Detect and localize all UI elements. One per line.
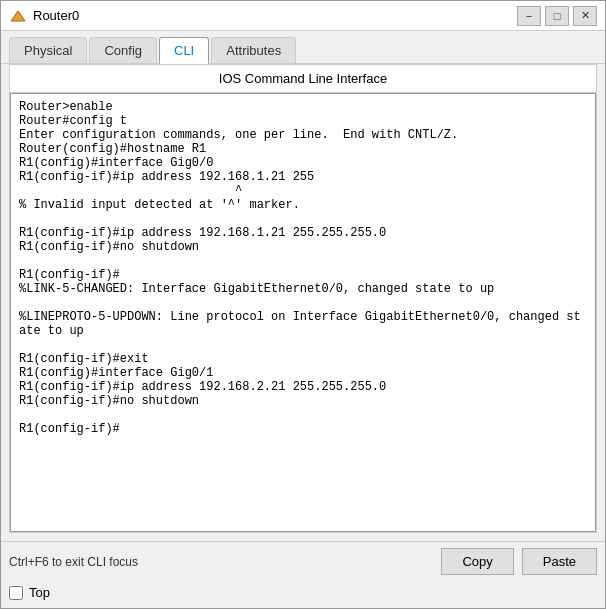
content-area: IOS Command Line Interface Router>enable…	[9, 64, 597, 533]
tab-bar: Physical Config CLI Attributes	[1, 31, 605, 64]
window-title: Router0	[33, 8, 79, 23]
top-checkbox-label[interactable]: Top	[9, 585, 50, 600]
maximize-button[interactable]: □	[545, 6, 569, 26]
bottom-bar: Ctrl+F6 to exit CLI focus Copy Paste	[1, 541, 605, 581]
tab-cli[interactable]: CLI	[159, 37, 209, 64]
main-window: Router0 − □ ✕ Physical Config CLI Attrib…	[0, 0, 606, 609]
tab-physical[interactable]: Physical	[9, 37, 87, 63]
title-bar: Router0 − □ ✕	[1, 1, 605, 31]
paste-button[interactable]: Paste	[522, 548, 597, 575]
close-button[interactable]: ✕	[573, 6, 597, 26]
tab-attributes[interactable]: Attributes	[211, 37, 296, 63]
cli-terminal[interactable]: Router>enable Router#config t Enter conf…	[10, 93, 596, 532]
router-icon	[9, 7, 27, 25]
title-bar-controls: − □ ✕	[517, 6, 597, 26]
copy-button[interactable]: Copy	[441, 548, 513, 575]
svg-marker-0	[11, 11, 25, 21]
minimize-button[interactable]: −	[517, 6, 541, 26]
footer-bar: Top	[1, 581, 605, 608]
top-checkbox[interactable]	[9, 586, 23, 600]
top-label: Top	[29, 585, 50, 600]
bottom-buttons: Copy Paste	[441, 548, 597, 575]
cli-hint: Ctrl+F6 to exit CLI focus	[9, 555, 138, 569]
tab-config[interactable]: Config	[89, 37, 157, 63]
title-bar-left: Router0	[9, 7, 79, 25]
cli-header: IOS Command Line Interface	[10, 65, 596, 93]
